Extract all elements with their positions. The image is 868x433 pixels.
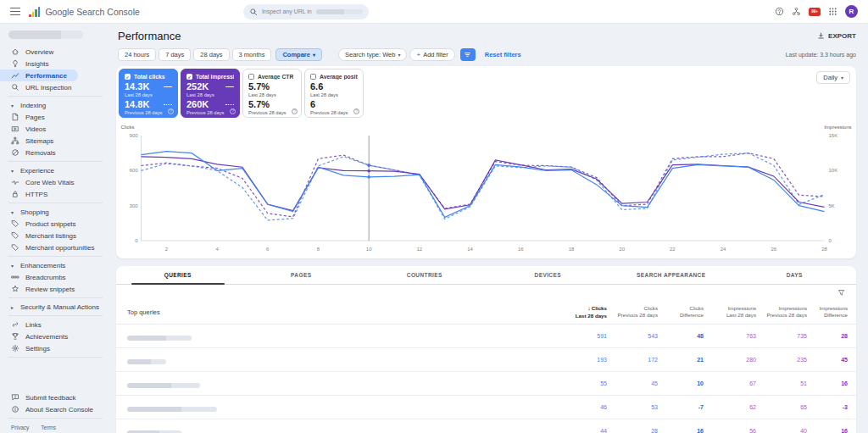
sidebar-item-removals[interactable]: Removals [0,147,114,158]
export-button[interactable]: EXPORT [817,32,856,40]
solid-line-indicator [225,86,234,87]
sidebar-section-enhancements[interactable]: ▾Enhancements [0,259,114,271]
filter-funnel-icon[interactable] [837,289,845,297]
tile-label: Total impressions [196,74,234,80]
url-inspect-search-input[interactable]: Inspect any URL in [243,4,369,19]
column-header-impressions-difference[interactable]: ImpressionsDifference [810,305,851,319]
sidebar-section-security-manual-actions[interactable]: ▸Security & Manual Actions [0,301,114,313]
privacy-link[interactable]: Privacy [11,425,29,430]
user-avatar[interactable]: R [845,5,858,18]
table-row[interactable]: 1931722128023545 [116,348,856,372]
tab-search-appearance[interactable]: SEARCH APPEARANCE [609,266,733,284]
help-tooltip-icon[interactable]: ? [168,108,174,114]
svg-text:16: 16 [518,247,524,252]
sidebar-item-about-search-console[interactable]: About Search Console [0,403,114,415]
sidebar-item-pages[interactable]: Pages [0,111,114,123]
tab-queries[interactable]: QUERIES [116,266,240,284]
column-header-impressions-last-28-days[interactable]: ImpressionsLast 28 days [707,305,760,319]
help-tooltip-icon[interactable]: ? [353,108,359,114]
help-icon[interactable] [775,7,784,16]
sidebar-item-url-inspection[interactable]: URL Inspection [0,81,114,93]
table-row[interactable]: 4653-76265-3 [116,396,856,419]
add-filter-button[interactable]: +Add filter [409,48,454,61]
query-redacted-bar [127,430,181,433]
top-app-bar: Google Search Console Inspect any URL in… [0,0,868,24]
search-icon [11,83,19,92]
hierarchy-icon[interactable] [792,7,801,16]
sidebar-item-https[interactable]: HTTPS [0,188,114,200]
svg-text:14: 14 [467,247,473,252]
sidebar-item-insights[interactable]: Insights [0,58,114,69]
reset-filters-link[interactable]: Reset filters [485,51,521,58]
trophy-icon [11,332,19,341]
sidebar-section-shopping[interactable]: ▾Shopping [0,206,114,218]
sidebar-item-achievements[interactable]: Achievements [0,330,114,342]
sidebar-section-experience[interactable]: ▾Experience [0,164,114,176]
google-apps-grid-icon[interactable] [828,7,837,16]
average-position-tile[interactable]: Average position 6.6 Last 28 days 6 Prev… [304,69,364,118]
column-header-impressions-previous-28-days[interactable]: ImpressionsPrevious 28 days [760,305,810,319]
sidebar-item-merchant-opportunities[interactable]: Merchant opportunities [0,241,114,253]
table-row[interactable]: 5915434876373528 [116,325,856,348]
compare-button[interactable]: Compare▾ [275,48,322,61]
filter-list-button[interactable] [460,48,476,61]
divider [8,96,103,97]
property-selector[interactable] [8,31,83,39]
cell-clicks-previous-28-days: 543 [610,333,661,339]
avatar-letter: R [849,8,854,15]
sidebar-item-core-web-vitals[interactable]: Core Web Vitals [0,176,114,188]
average-ctr-tile[interactable]: Average CTR 5.7% Last 28 days 5.7% Previ… [242,69,302,118]
svg-text:2: 2 [165,247,169,252]
chevron-down-icon: ▾ [11,103,16,108]
sidebar-section-indexing[interactable]: ▾Indexing [0,99,114,111]
sidebar-item-performance[interactable]: Performance [0,69,78,81]
sidebar-item-submit-feedback[interactable]: Submit feedback [0,391,114,403]
terms-link[interactable]: Terms [41,425,56,430]
sidebar-item-links[interactable]: Links [0,319,114,330]
granularity-dropdown[interactable]: Daily▾ [816,71,850,84]
queries-table-card: QUERIESPAGESCOUNTRIESDEVICESSEARCH APPEA… [116,266,856,433]
help-tooltip-icon[interactable]: ? [292,108,298,114]
checkbox-unchecked-icon[interactable] [310,74,316,80]
top-queries-header[interactable]: Top queries [127,308,554,316]
performance-line-chart[interactable]: ClicksImpressions030060090005K10K15K2468… [119,122,854,259]
tab-devices[interactable]: DEVICES [487,266,610,284]
search-type-button[interactable]: Search type: Web▾ [338,48,408,61]
svg-text:8: 8 [317,247,320,252]
tab-countries[interactable]: COUNTRIES [363,266,487,284]
table-row[interactable]: 554510675116 [116,372,856,396]
checkbox-checked-icon[interactable]: ✓ [186,74,192,80]
table-row[interactable]: 442816564016 [116,419,856,433]
notifications-badge-icon[interactable]: 99+ [809,8,821,16]
sidebar-item-review-snippets[interactable]: Review snippets [0,283,114,295]
range-7-days-button[interactable]: 7 days [159,48,191,61]
column-header-clicks-previous-28-days[interactable]: ClicksPrevious 28 days [610,305,661,319]
sidebar-item-settings[interactable]: Settings [0,342,114,354]
total-impressions-tile[interactable]: ✓ Total impressions 252K Last 28 days 26… [181,69,240,118]
tile-period: Last 28 days [125,92,172,97]
sidebar-item-videos[interactable]: Videos [0,123,114,135]
menu-icon[interactable] [10,8,20,16]
checkbox-unchecked-icon[interactable] [248,74,254,80]
last-update-text: Last update: 3.3 hours ago [786,52,856,58]
tab-pages[interactable]: PAGES [240,266,364,284]
series-clicks-last-28-days [142,152,825,218]
total-clicks-tile[interactable]: ✓ Total clicks 14.3K Last 28 days 14.8K … [119,69,178,118]
cell-impressions-last-28-days: 62 [707,404,760,410]
left-axis-title: Clicks [121,125,135,130]
column-header-clicks-last-28-days[interactable]: ↓ClicksLast 28 days [554,304,610,319]
column-header-clicks-difference[interactable]: ClicksDifference [661,305,707,319]
range-28-days-button[interactable]: 28 days [193,48,229,61]
sidebar-item-sitemaps[interactable]: Sitemaps [0,135,114,147]
sidebar-item-overview[interactable]: Overview [0,46,114,58]
help-tooltip-icon[interactable]: ? [230,108,236,114]
range-3-months-button[interactable]: 3 months [232,48,272,61]
tab-days[interactable]: DAYS [733,266,857,284]
sidebar-item-breadcrumbs[interactable]: Breadcrumbs [0,271,114,283]
range-24-hours-button[interactable]: 24 hours [118,48,156,61]
sidebar-item-merchant-listings[interactable]: Merchant listings [0,230,114,241]
sidebar-item-product-snippets[interactable]: Product snippets [0,218,114,230]
cell-clicks-difference: 16 [661,428,707,433]
divider [8,297,103,298]
checkbox-checked-icon[interactable]: ✓ [125,74,131,80]
